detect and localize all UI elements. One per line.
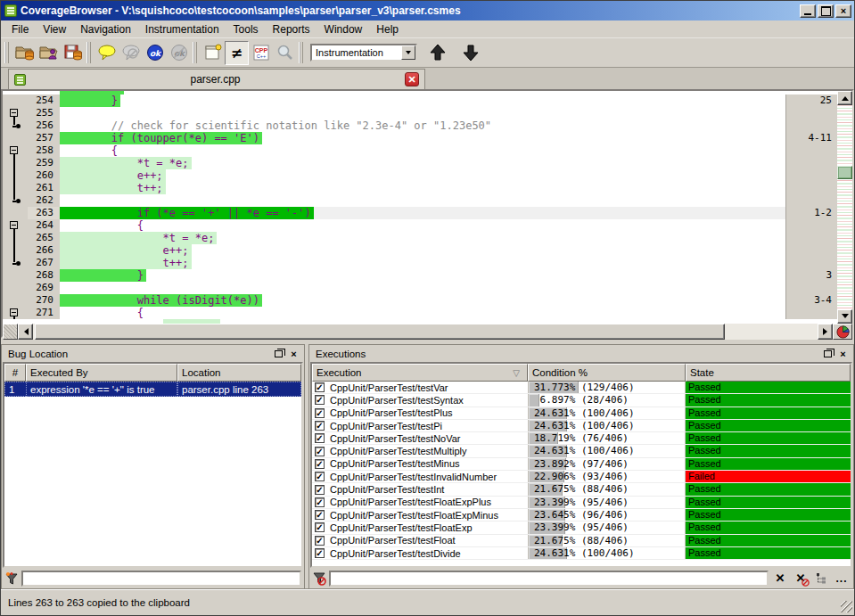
code-line-263[interactable]: 263 if (*e == '+' || *e == '-')1-2 [3, 207, 837, 219]
table-row[interactable]: ✓CppUnit/ParserTest/testDivide24.631% (1… [312, 547, 851, 560]
toolbar-grip[interactable] [193, 42, 197, 63]
column-header-execution[interactable]: Execution ▽ [312, 364, 528, 382]
table-row[interactable]: ✓CppUnit/ParserTest/testMultiply24.631% … [312, 445, 851, 457]
code-line-270[interactable]: 270 while (isDigit(*e))3-4 [3, 294, 837, 307]
checkbox-checked[interactable]: ✓ [315, 510, 325, 520]
checkbox-checked[interactable]: ✓ [315, 536, 325, 546]
toolbar-grip[interactable] [86, 42, 91, 63]
executions-titlebar[interactable]: Executions × [309, 345, 853, 362]
fold-margin[interactable] [3, 194, 28, 207]
table-row[interactable]: ✓CppUnit/ParserTest/testPi24.631% (100/4… [312, 420, 851, 432]
checkbox-checked[interactable]: ✓ [315, 472, 325, 481]
column-header-condition[interactable]: Condition % [528, 364, 686, 382]
code-line-264[interactable]: 264 { [3, 219, 837, 232]
menu-item-help[interactable]: Help [369, 21, 406, 37]
fold-margin[interactable] [3, 244, 28, 257]
table-row[interactable]: ✓CppUnit/ParserTest/testInt21.675% (88/4… [312, 483, 851, 496]
tab-parser-cpp[interactable]: parser.cpp ✕ [8, 69, 425, 89]
vertical-scroll-thumb[interactable] [837, 166, 852, 179]
fold-margin[interactable] [3, 169, 28, 182]
mode-combobox[interactable]: Instrumentation [310, 44, 417, 62]
tree-view-button[interactable] [812, 571, 830, 587]
code-line-271[interactable]: 271 { [3, 307, 837, 319]
fold-collapse-icon[interactable] [10, 146, 18, 154]
checkbox-checked[interactable]: ✓ [315, 548, 325, 558]
table-row[interactable]: ✓CppUnit/ParserTest/testPlus24.631% (100… [312, 407, 851, 420]
checkbox-checked[interactable]: ✓ [315, 433, 325, 443]
checkbox-checked[interactable]: ✓ [315, 485, 325, 495]
fold-collapse-icon[interactable] [10, 109, 18, 117]
horizontal-scroll-thumb[interactable] [35, 324, 725, 340]
column-header-index[interactable]: # [4, 364, 26, 382]
next-item-button[interactable] [458, 41, 482, 65]
fold-margin[interactable] [3, 182, 28, 194]
statistics-pie-button[interactable] [833, 324, 852, 340]
close-panel-button[interactable]: × [836, 348, 850, 360]
code-line-261[interactable]: 261 t++; [3, 182, 837, 194]
table-row[interactable]: ✓CppUnit/ParserTest/testMinus23.892% (97… [312, 458, 851, 471]
add-comment-button[interactable] [95, 41, 119, 65]
clear-selection-button[interactable]: ✕ [771, 571, 789, 587]
fold-margin[interactable] [3, 307, 28, 319]
fold-margin[interactable] [3, 157, 28, 169]
executions-filter-input[interactable] [329, 571, 769, 587]
toolbar-grip[interactable] [4, 42, 9, 63]
menu-item-navigation[interactable]: Navigation [73, 21, 138, 37]
code-line-259[interactable]: 259 *t = *e; [3, 157, 837, 169]
more-options-button[interactable]: ... [833, 571, 851, 587]
menu-item-view[interactable]: View [36, 21, 73, 37]
checkbox-checked[interactable]: ✓ [315, 522, 325, 532]
table-row[interactable]: ✓CppUnit/ParserTest/testFloatExpPlus23.3… [312, 497, 851, 509]
fold-margin[interactable] [3, 207, 28, 219]
code-line-265[interactable]: 265 *t = *e; [3, 232, 837, 244]
code-view[interactable]: 254 }25255256 // check for scientific no… [3, 91, 852, 324]
bug-location-filter-input[interactable] [21, 571, 301, 587]
code-line-255[interactable]: 255 [3, 107, 837, 119]
fold-margin[interactable] [3, 294, 28, 307]
resize-grip[interactable] [841, 601, 852, 612]
vertical-scrollbar[interactable] [837, 91, 852, 324]
code-line-256[interactable]: 256 // check for scientific notation lik… [3, 119, 837, 132]
table-row[interactable]: ✓CppUnit/ParserTest/testInvalidNumber22.… [312, 471, 851, 483]
cpp-source-button[interactable]: CPP C++ [249, 41, 273, 65]
table-row[interactable]: ✓CppUnit/ParserTest/testVar31.773% (129/… [312, 382, 851, 394]
scroll-up-button[interactable] [837, 91, 852, 105]
fold-collapse-icon[interactable] [10, 221, 18, 229]
tab-close-button[interactable]: ✕ [405, 72, 419, 86]
open-coverage-database-button[interactable] [12, 41, 37, 65]
close-panel-button[interactable]: × [287, 348, 300, 360]
fold-margin[interactable] [3, 94, 28, 107]
fold-collapse-icon[interactable] [10, 308, 18, 316]
zoom-source-button-disabled[interactable] [273, 41, 297, 65]
table-row[interactable]: ✓CppUnit/ParserTest/testFloat21.675% (88… [312, 535, 851, 547]
minimize-button[interactable] [800, 4, 816, 18]
fold-margin[interactable] [3, 232, 28, 244]
menu-item-file[interactable]: File [4, 21, 36, 37]
validate-button[interactable]: ok [143, 41, 167, 65]
toolbar-grip[interactable] [299, 42, 303, 63]
table-row[interactable]: ✓CppUnit/ParserTest/testNoVar18.719% (76… [312, 432, 851, 445]
fold-margin[interactable] [3, 107, 28, 119]
fold-margin[interactable] [3, 282, 28, 294]
table-row[interactable]: ✓CppUnit/ParserTest/testFloatExp23.399% … [312, 522, 851, 534]
checkbox-checked[interactable]: ✓ [315, 395, 325, 405]
checkbox-checked[interactable]: ✓ [315, 382, 325, 392]
code-line-257[interactable]: 257 if (toupper(*e) == 'E')4-11 [3, 132, 837, 144]
table-row[interactable]: ✓CppUnit/ParserTest/testFloatExpMinus23.… [312, 509, 851, 522]
scroll-down-button[interactable] [837, 309, 852, 324]
horizontal-scroll-track[interactable] [33, 324, 818, 340]
fold-margin[interactable] [3, 257, 28, 269]
save-coverage-database-button[interactable] [61, 41, 85, 65]
checkbox-checked[interactable]: ✓ [315, 408, 325, 418]
code-line-266[interactable]: 266 e++; [3, 244, 837, 257]
fold-margin[interactable] [3, 144, 28, 157]
fold-margin[interactable] [3, 119, 28, 132]
open-execution-report-button[interactable] [37, 41, 61, 65]
menu-item-instrumentation[interactable]: Instrumentation [138, 21, 226, 37]
coverage-minimap[interactable] [837, 105, 852, 309]
code-line-254[interactable]: 254 }25 [3, 94, 837, 107]
float-panel-button[interactable] [272, 348, 285, 360]
menu-item-window[interactable]: Window [317, 21, 370, 37]
show-differences-button[interactable]: ≠ [225, 41, 249, 65]
float-panel-button[interactable] [821, 348, 834, 360]
